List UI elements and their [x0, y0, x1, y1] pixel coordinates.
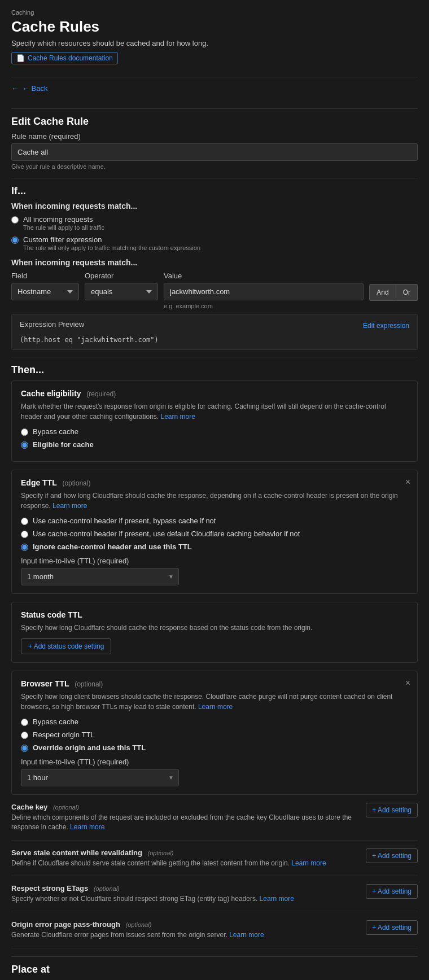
- error-passthrough-desc: Generate Cloudflare error pages from iss…: [11, 930, 357, 940]
- and-or-buttons: And Or: [369, 272, 418, 301]
- browser-ttl-radio-0[interactable]: [21, 719, 28, 726]
- browser-ttl-close[interactable]: ×: [405, 678, 410, 688]
- back-arrow-icon: ←: [11, 84, 19, 93]
- browser-ttl-option-0[interactable]: Bypass cache: [21, 718, 408, 726]
- browser-ttl-label-2: Override origin and use this TTL: [33, 743, 146, 752]
- edge-ttl-optional: (optional): [62, 479, 90, 487]
- edge-ttl-option-2[interactable]: Ignore cache-control header and use this…: [21, 542, 408, 551]
- browser-ttl-input-label: Input time-to-live (TTL) (required): [21, 758, 408, 766]
- cache-key-add-button[interactable]: + Add setting: [366, 803, 418, 817]
- radio-custom-input[interactable]: [11, 237, 19, 244]
- edge-ttl-radio-0[interactable]: [21, 518, 28, 525]
- status-code-ttl-card: Status code TTL Specify how long Cloudfl…: [11, 602, 418, 663]
- radio-custom-expression[interactable]: Custom filter expression The rule will o…: [11, 235, 418, 251]
- error-passthrough-add-button[interactable]: + Add setting: [366, 920, 418, 935]
- serve-stale-info: Serve stale content while revalidating (…: [11, 848, 357, 868]
- edge-ttl-option-1[interactable]: Use cache-control header if present, use…: [21, 530, 408, 538]
- cache-eligibility-required: (required): [86, 390, 116, 398]
- and-button[interactable]: And: [369, 284, 396, 301]
- cache-key-learn-more[interactable]: Learn more: [70, 823, 104, 831]
- cache-eligibility-desc: Mark whether the request's response from…: [21, 401, 408, 422]
- edge-ttl-select-container: 1 month 1 week 1 day 1 hour ▼: [21, 568, 179, 585]
- serve-stale-learn-more[interactable]: Learn more: [291, 859, 326, 867]
- value-input[interactable]: [164, 283, 364, 300]
- browser-ttl-desc: Specify how long client browsers should …: [21, 692, 408, 712]
- page-title: Cache Rules: [11, 18, 418, 36]
- strong-etags-row: Respect strong ETags (optional) Specify …: [11, 884, 418, 912]
- strong-etags-learn-more[interactable]: Learn more: [260, 895, 294, 903]
- browser-ttl-select[interactable]: 1 hour 30 minutes 1 day: [21, 769, 164, 786]
- error-passthrough-optional: (optional): [125, 921, 151, 928]
- radio-all-sublabel: The rule will apply to all traffic: [23, 224, 104, 231]
- cache-eligibility-card: Cache eligibility (required) Mark whethe…: [11, 380, 418, 462]
- then-title: Then...: [11, 364, 418, 376]
- value-placeholder-hint: e.g. example.com: [164, 303, 364, 309]
- serve-stale-optional: (optional): [148, 850, 174, 856]
- value-label: Value: [164, 272, 364, 280]
- expression-preview-label: Expression Preview: [20, 320, 84, 329]
- edge-ttl-label-2: Ignore cache-control header and use this…: [33, 542, 192, 551]
- browser-ttl-label-0: Bypass cache: [33, 718, 78, 726]
- edge-ttl-radio-group: Use cache-control header if present, byp…: [21, 517, 408, 551]
- cache-key-row: Cache key (optional) Define which compon…: [11, 803, 418, 841]
- edge-ttl-select[interactable]: 1 month 1 week 1 day 1 hour: [21, 568, 164, 585]
- browser-ttl-option-1[interactable]: Respect origin TTL: [21, 730, 408, 739]
- operator-label: Operator: [85, 272, 158, 280]
- radio-all-requests-input[interactable]: [11, 216, 19, 224]
- eligible-cache-label: Eligible for cache: [33, 440, 94, 449]
- edge-ttl-learn-more[interactable]: Learn more: [52, 502, 87, 510]
- eligible-for-cache-option[interactable]: Eligible for cache: [21, 440, 408, 449]
- edge-ttl-title: Edge TTL: [21, 478, 57, 487]
- cache-eligibility-radio-group: Bypass cache Eligible for cache: [21, 427, 408, 449]
- status-code-ttl-desc: Specify how long Cloudflare should cache…: [21, 623, 408, 633]
- doc-link[interactable]: 📄 Cache Rules documentation: [11, 52, 118, 64]
- browser-ttl-learn-more[interactable]: Learn more: [198, 703, 233, 711]
- rule-name-input[interactable]: [11, 143, 418, 161]
- hostname-select[interactable]: Hostname URI IP Source: [11, 283, 79, 300]
- cache-key-optional: (optional): [53, 804, 79, 811]
- browser-ttl-radio-2[interactable]: [21, 745, 28, 752]
- bypass-cache-radio[interactable]: [21, 428, 28, 436]
- edge-ttl-input-label: Input time-to-live (TTL) (required): [21, 557, 408, 565]
- edge-ttl-radio-1[interactable]: [21, 531, 28, 538]
- ttl-input-section: Input time-to-live (TTL) (required) 1 mo…: [21, 557, 408, 585]
- bypass-cache-option[interactable]: Bypass cache: [21, 427, 408, 436]
- expression-preview: Expression Preview Edit expression (http…: [11, 314, 418, 350]
- eligible-cache-radio[interactable]: [21, 441, 28, 449]
- page-description: Specify which resources should be cached…: [11, 39, 418, 47]
- browser-ttl-title: Browser TTL: [21, 679, 69, 688]
- serve-stale-title: Serve stale content while revalidating: [11, 848, 142, 857]
- back-link[interactable]: ← ← Back: [11, 84, 48, 93]
- cache-eligibility-learn-more[interactable]: Learn more: [161, 413, 195, 421]
- radio-all-label: All incoming requests: [23, 215, 104, 224]
- edge-ttl-close[interactable]: ×: [405, 477, 410, 487]
- radio-all-requests[interactable]: All incoming requests The rule will appl…: [11, 215, 418, 231]
- edge-ttl-radio-2[interactable]: [21, 544, 28, 551]
- browser-ttl-radio-group: Bypass cache Respect origin TTL Override…: [21, 718, 408, 752]
- expression-code: (http.host eq "jackwhitworth.com"): [20, 336, 409, 344]
- operator-select[interactable]: equals contains starts with: [85, 283, 158, 300]
- browser-ttl-input-section: Input time-to-live (TTL) (required) 1 ho…: [21, 758, 408, 786]
- match-title: When incoming requests match...: [11, 202, 418, 211]
- error-passthrough-info: Origin error page pass-through (optional…: [11, 920, 357, 940]
- browser-ttl-label-1: Respect origin TTL: [33, 730, 95, 739]
- or-button[interactable]: Or: [396, 284, 418, 301]
- browser-ttl-radio-1[interactable]: [21, 732, 28, 739]
- error-passthrough-learn-more[interactable]: Learn more: [229, 931, 264, 939]
- add-status-code-button[interactable]: + Add status code setting: [21, 638, 111, 654]
- error-passthrough-title: Origin error page pass-through: [11, 920, 120, 929]
- edit-expression-link[interactable]: Edit expression: [363, 322, 409, 330]
- edit-section-title: Edit Cache Rule: [11, 116, 418, 128]
- match-title-2: When incoming requests match...: [11, 258, 418, 267]
- filter-fields: Field Hostname URI IP Source Operator eq…: [11, 272, 418, 309]
- strong-etags-add-button[interactable]: + Add setting: [366, 884, 418, 899]
- edge-ttl-option-0[interactable]: Use cache-control header if present, byp…: [21, 517, 408, 525]
- status-code-ttl-title: Status code TTL: [21, 610, 82, 619]
- cache-key-desc: Define which components of the request a…: [11, 813, 357, 832]
- error-passthrough-row: Origin error page pass-through (optional…: [11, 920, 418, 948]
- edge-ttl-label-0: Use cache-control header if present, byp…: [33, 517, 216, 525]
- browser-ttl-select-container: 1 hour 30 minutes 1 day ▼: [21, 769, 179, 786]
- strong-etags-optional: (optional): [94, 885, 120, 892]
- browser-ttl-option-2[interactable]: Override origin and use this TTL: [21, 743, 408, 752]
- serve-stale-add-button[interactable]: + Add setting: [366, 848, 418, 863]
